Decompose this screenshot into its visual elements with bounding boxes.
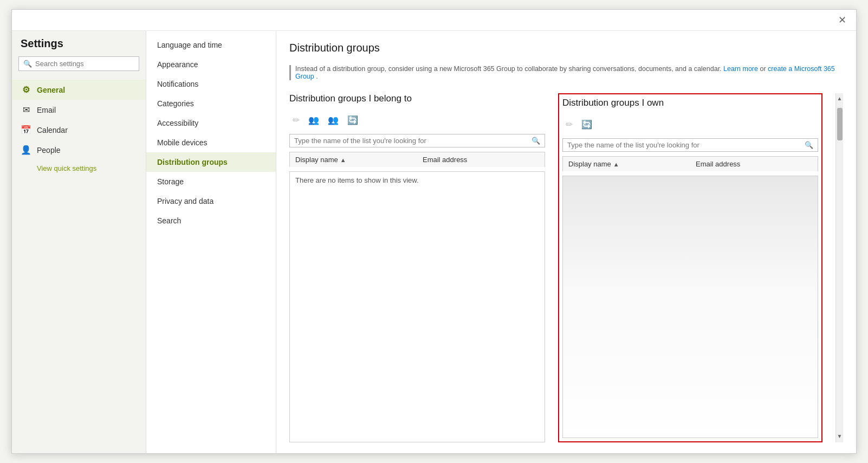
sidebar-title: Settings [12,37,146,56]
left-panel-body: There are no items to show in this view. [289,171,545,442]
right-search-input[interactable] [567,141,802,149]
left-panel-title: Distribution groups I belong to [289,93,545,104]
center-nav: Language and time Appearance Notificatio… [146,31,276,453]
sort-arrow-icon: ▲ [340,157,346,163]
calendar-icon: 📅 [21,125,31,135]
scroll-rail[interactable]: ▲ ▼ [835,93,843,442]
sidebar: Settings 🔍 ⚙ General ✉ Email 📅 Calendar … [12,31,146,453]
titlebar: ✕ [12,10,856,31]
people-icon: 👤 [21,145,31,155]
add-members-button[interactable]: 👥 [305,113,322,127]
right-edit-button[interactable]: ✏ [562,117,576,132]
right-panel: Distribution groups I own ✏ 🔄 🔍 Display … [558,93,822,442]
sidebar-item-general-label: General [37,86,65,94]
center-nav-distribution[interactable]: Distribution groups [146,152,276,172]
sidebar-item-people[interactable]: 👤 People [12,140,146,160]
close-button[interactable]: ✕ [835,14,850,26]
left-col-display-name: Display name ▲ [290,152,417,167]
window-body: Settings 🔍 ⚙ General ✉ Email 📅 Calendar … [12,31,856,453]
right-refresh-button[interactable]: 🔄 [578,117,595,132]
scroll-thumb[interactable] [837,108,843,140]
main-content: Distribution groups Instead of a distrib… [276,31,856,453]
edit-button[interactable]: ✏ [289,113,303,127]
panels-row: Distribution groups I belong to ✏ 👥 👥 🔄 … [289,93,843,442]
right-panel-inner: Distribution groups I own ✏ 🔄 🔍 Display … [562,98,818,438]
empty-message: There are no items to show in this view. [295,176,419,184]
left-panel-header: Display name ▲ Email address [289,152,545,167]
sidebar-item-general[interactable]: ⚙ General [12,80,146,100]
scroll-down-icon[interactable]: ▼ [837,432,843,440]
center-nav-accessibility[interactable]: Accessibility [146,113,276,133]
right-panel-search[interactable]: 🔍 [562,138,818,152]
left-panel-toolbar: ✏ 👥 👥 🔄 [289,111,545,130]
center-nav-language[interactable]: Language and time [146,35,276,55]
sidebar-item-calendar-label: Calendar [37,126,68,134]
left-search-input[interactable] [294,137,529,145]
right-panel-body [562,176,818,438]
learn-more-link[interactable]: Learn more [723,65,758,73]
search-box[interactable]: 🔍 [18,56,139,71]
center-nav-privacy[interactable]: Privacy and data [146,191,276,211]
info-bar: Instead of a distribution group, conside… [289,65,843,80]
page-title: Distribution groups [289,42,843,54]
left-col-email: Email address [417,152,545,167]
remove-members-button[interactable]: 👥 [325,113,342,127]
center-nav-storage[interactable]: Storage [146,172,276,191]
center-nav-mobile[interactable]: Mobile devices [146,133,276,152]
scroll-up-icon[interactable]: ▲ [837,94,843,102]
right-col-display-name: Display name ▲ [563,157,690,171]
right-col-email: Email address [690,157,818,171]
center-nav-search[interactable]: Search [146,211,276,230]
sidebar-item-email-label: Email [37,106,56,114]
center-nav-categories[interactable]: Categories [146,94,276,113]
refresh-button[interactable]: 🔄 [344,113,361,127]
right-search-icon: 🔍 [805,141,813,149]
right-panel-header: Display name ▲ Email address [562,156,818,171]
sidebar-item-calendar[interactable]: 📅 Calendar [12,120,146,140]
email-icon: ✉ [21,105,31,115]
sidebar-item-people-label: People [37,146,61,155]
search-icon: 🔍 [23,60,32,68]
info-text: Instead of a distribution group, conside… [295,65,722,73]
view-quick-settings[interactable]: View quick settings [12,160,146,177]
general-icon: ⚙ [21,85,31,95]
search-input[interactable] [35,60,134,68]
center-nav-notifications[interactable]: Notifications [146,74,276,94]
left-panel: Distribution groups I belong to ✏ 👥 👥 🔄 … [289,93,545,442]
left-search-icon: 🔍 [532,137,540,145]
right-sort-arrow-icon: ▲ [613,161,619,168]
settings-window: ✕ Settings 🔍 ⚙ General ✉ Email 📅 Calenda… [11,9,857,454]
sidebar-item-email[interactable]: ✉ Email [12,100,146,120]
right-panel-title: Distribution groups I own [562,98,818,108]
center-nav-appearance[interactable]: Appearance [146,55,276,74]
left-panel-search[interactable]: 🔍 [289,134,545,147]
right-panel-toolbar: ✏ 🔄 [562,115,818,134]
